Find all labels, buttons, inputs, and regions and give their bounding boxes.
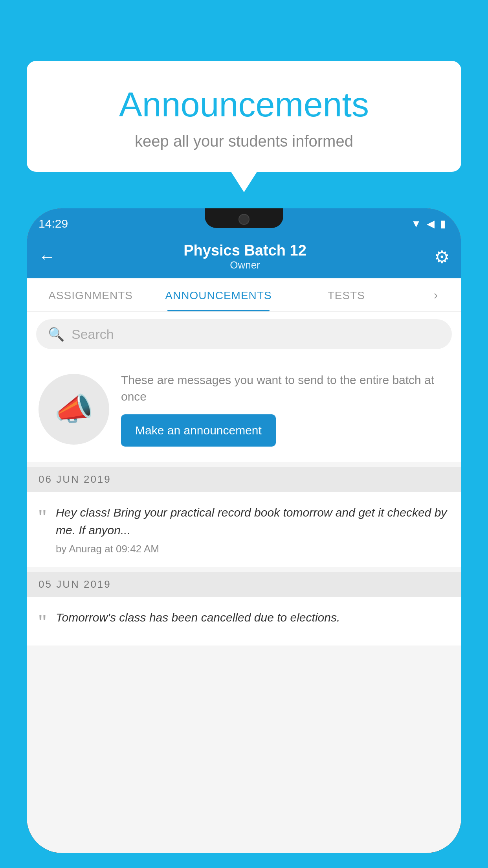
front-camera [238, 214, 250, 225]
phone-container: 14:29 ▼ ◀ ▮ ← Physics Batch 12 Owner ⚙ [27, 208, 461, 868]
announcement-text-1: Hey class! Bring your practical record b… [56, 504, 449, 539]
quote-icon-1: " [39, 507, 46, 529]
app-content: 14:29 ▼ ◀ ▮ ← Physics Batch 12 Owner ⚙ [27, 208, 461, 853]
speech-bubble: Announcements keep all your students inf… [27, 61, 461, 172]
tab-announcements[interactable]: ANNOUNCEMENTS [154, 278, 282, 311]
wifi-icon: ▼ [411, 218, 421, 230]
announcement-text-2: Tomorrow's class has been cancelled due … [56, 609, 449, 626]
back-button[interactable]: ← [39, 247, 56, 267]
date-separator-2: 05 JUN 2019 [27, 572, 461, 597]
announcement-item-1[interactable]: " Hey class! Bring your practical record… [27, 492, 461, 567]
make-announcement-button[interactable]: Make an announcement [121, 414, 276, 447]
bubble-subtitle: keep all your students informed [46, 132, 442, 150]
app-bar-title-group: Physics Batch 12 Owner [183, 242, 306, 271]
settings-button[interactable]: ⚙ [434, 247, 449, 267]
notch [205, 208, 283, 228]
search-bar[interactable]: 🔍 Search [36, 319, 452, 349]
quote-icon-2: " [39, 612, 46, 634]
announcement-item-2[interactable]: " Tomorrow's class has been cancelled du… [27, 597, 461, 645]
announcement-meta-1: by Anurag at 09:42 AM [56, 543, 449, 555]
tab-assignments[interactable]: ASSIGNMENTS [27, 278, 154, 311]
announcement-description: These are messages you want to send to t… [121, 372, 449, 405]
date-separator-1: 06 JUN 2019 [27, 467, 461, 492]
tab-tests[interactable]: TESTS [283, 278, 410, 311]
announcement-placeholder: 📣 These are messages you want to send to… [27, 356, 461, 462]
search-input[interactable]: Search [72, 327, 114, 342]
battery-icon: ▮ [440, 218, 446, 230]
search-icon: 🔍 [48, 326, 64, 342]
tabs: ASSIGNMENTS ANNOUNCEMENTS TESTS › [27, 278, 461, 312]
status-time: 14:29 [39, 217, 68, 230]
announcement-content-1: Hey class! Bring your practical record b… [56, 504, 449, 555]
app-bar-row: ← Physics Batch 12 Owner ⚙ [27, 235, 461, 278]
app-bar-title: Physics Batch 12 [183, 242, 306, 259]
signal-icon: ◀ [427, 218, 435, 230]
speech-bubble-container: Announcements keep all your students inf… [27, 61, 461, 172]
megaphone-circle: 📣 [39, 374, 109, 445]
bubble-title: Announcements [46, 85, 442, 125]
phone-outer: 14:29 ▼ ◀ ▮ ← Physics Batch 12 Owner ⚙ [27, 208, 461, 853]
announcement-right: These are messages you want to send to t… [121, 372, 449, 447]
megaphone-icon: 📣 [54, 391, 94, 428]
search-container: 🔍 Search [27, 312, 461, 356]
tab-more[interactable]: › [410, 278, 461, 311]
announcement-content-2: Tomorrow's class has been cancelled due … [56, 609, 449, 630]
status-icons: ▼ ◀ ▮ [411, 218, 446, 230]
app-bar-subtitle: Owner [183, 259, 306, 271]
